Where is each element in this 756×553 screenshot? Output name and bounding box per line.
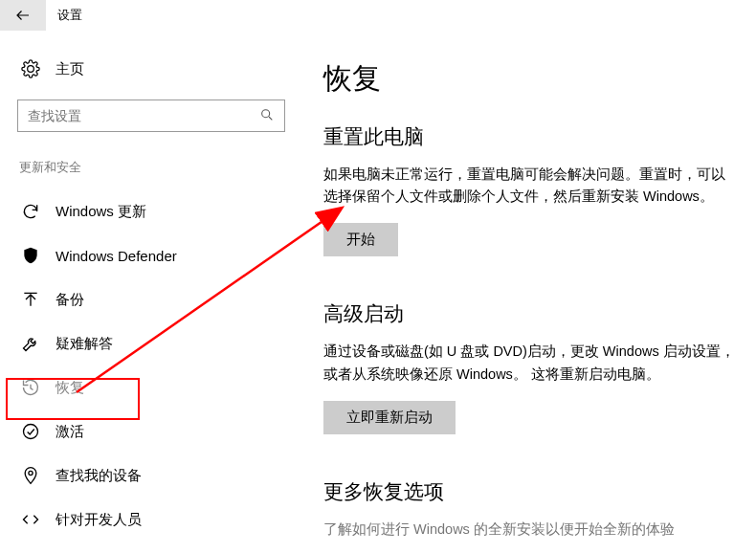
nav-list: Windows 更新 Windows Defender 备份 疑难解答: [17, 189, 287, 542]
svg-point-2: [24, 425, 38, 439]
shield-icon: [21, 246, 40, 265]
restart-now-button[interactable]: 立即重新启动: [323, 401, 456, 434]
arrow-up-icon: [21, 290, 40, 309]
svg-line-1: [269, 117, 272, 120]
section-advanced-startup: 高级启动 通过设备或磁盘(如 U 盘或 DVD)启动，更改 Windows 启动…: [323, 300, 737, 433]
code-icon: [21, 510, 40, 529]
nav-item-activation[interactable]: 激活: [17, 409, 287, 453]
window-title: 设置: [46, 0, 82, 31]
nav-item-developers[interactable]: 针对开发人员: [17, 498, 287, 542]
nav-item-troubleshoot[interactable]: 疑难解答: [17, 321, 287, 365]
sync-icon: [21, 202, 40, 221]
nav-label: 激活: [56, 423, 84, 441]
nav-label: 疑难解答: [56, 335, 113, 353]
section-description: 了解如何进行 Windows 的全新安装以便开始全新的体验: [323, 519, 737, 541]
home-label: 主页: [56, 60, 84, 78]
back-button[interactable]: [0, 0, 46, 31]
nav-item-windows-update[interactable]: Windows 更新: [17, 189, 287, 233]
main-content: 恢复 重置此电脑 如果电脑未正常运行，重置电脑可能会解决问题。重置时，可以选择保…: [297, 59, 756, 553]
check-circle-icon: [21, 422, 40, 441]
home-link[interactable]: 主页: [17, 59, 287, 78]
section-title: 重置此电脑: [323, 123, 737, 150]
search-input-wrapper[interactable]: [17, 100, 285, 132]
nav-item-backup[interactable]: 备份: [17, 277, 287, 321]
location-icon: [21, 466, 40, 485]
reset-start-button[interactable]: 开始: [323, 223, 398, 256]
page-title: 恢复: [323, 59, 737, 99]
nav-label: 备份: [56, 291, 84, 309]
section-more-options: 更多恢复选项 了解如何进行 Windows 的全新安装以便开始全新的体验: [323, 478, 737, 541]
section-description: 如果电脑未正常运行，重置电脑可能会解决问题。重置时，可以选择保留个人文件或删除个…: [323, 164, 737, 208]
sidebar: 主页 更新和安全 Windows 更新 Windows Defender: [0, 59, 297, 553]
section-description: 通过设备或磁盘(如 U 盘或 DVD)启动，更改 Windows 启动设置，或者…: [323, 341, 737, 385]
gear-icon: [21, 59, 40, 78]
nav-label: Windows 更新: [56, 203, 146, 221]
section-reset-pc: 重置此电脑 如果电脑未正常运行，重置电脑可能会解决问题。重置时，可以选择保留个人…: [323, 123, 737, 256]
section-title: 高级启动: [323, 300, 737, 327]
sidebar-section-label: 更新和安全: [17, 159, 287, 176]
search-input[interactable]: [28, 108, 259, 123]
nav-label: 查找我的设备: [56, 467, 142, 485]
window-header: 设置: [0, 0, 756, 31]
nav-item-find-device[interactable]: 查找我的设备: [17, 453, 287, 498]
nav-item-recovery[interactable]: 恢复: [17, 365, 287, 409]
nav-label: 针对开发人员: [56, 511, 142, 529]
svg-point-3: [29, 471, 33, 475]
history-icon: [21, 378, 40, 397]
arrow-left-icon: [14, 7, 32, 24]
svg-point-0: [262, 109, 270, 117]
nav-label: Windows Defender: [56, 248, 177, 264]
nav-item-defender[interactable]: Windows Defender: [17, 233, 287, 277]
nav-label: 恢复: [56, 379, 84, 397]
wrench-icon: [21, 334, 40, 353]
section-title: 更多恢复选项: [323, 478, 737, 505]
search-icon: [259, 107, 275, 125]
